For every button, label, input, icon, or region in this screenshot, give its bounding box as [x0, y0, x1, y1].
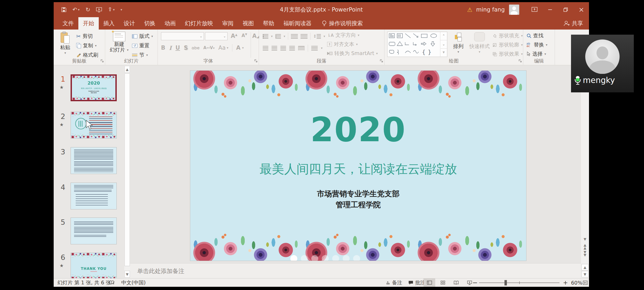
align-left-button[interactable]: [263, 46, 268, 50]
cut-button[interactable]: ✂剪切: [76, 33, 93, 40]
strikethrough-button[interactable]: abe: [192, 45, 200, 50]
quick-styles-button[interactable]: 快速样式 ▾: [468, 32, 491, 54]
bullets-button[interactable]: [263, 34, 268, 39]
layout-button[interactable]: 版式▾: [132, 33, 153, 40]
signed-in-user[interactable]: ming fang: [476, 6, 505, 13]
arrange-button[interactable]: 排列 ▾: [450, 32, 467, 54]
tab-动画[interactable]: 动画: [160, 17, 180, 30]
notes-scroll-down[interactable]: ▼: [581, 271, 588, 277]
notes-scroll-up[interactable]: ▲: [581, 264, 588, 270]
fit-slide-to-window-button[interactable]: [583, 278, 588, 287]
shape-gallery-scroll-up[interactable]: ⌃: [440, 32, 447, 40]
numbering-button[interactable]: [275, 34, 281, 39]
font-name-combo[interactable]: ⌄: [161, 32, 204, 40]
align-text-button[interactable]: ↕对齐文本▾: [327, 41, 358, 48]
increase-indent-button[interactable]: [301, 34, 308, 39]
main-scrollbar[interactable]: ▼ ▲▲ ▼▼ ▲ ▼: [581, 65, 589, 278]
new-slide-button[interactable]: ★ 新建 幻灯片▾: [108, 32, 130, 53]
close-button[interactable]: [573, 2, 589, 17]
text-direction-button[interactable]: ⇂A文字方向▾: [327, 32, 359, 39]
notes-placeholder[interactable]: 单击此处添加备注: [137, 267, 184, 275]
tab-视图[interactable]: 视图: [238, 17, 258, 30]
paste-button[interactable]: 粘贴 ▾: [57, 32, 74, 55]
slide-count-status[interactable]: 幻灯片 第 1 张, 共 6 张: [57, 279, 111, 286]
slide-thumbnail-5[interactable]: [71, 218, 117, 244]
slide-sorter-view-button[interactable]: [437, 278, 449, 287]
bold-button[interactable]: B: [161, 45, 165, 51]
slide-organization[interactable]: 市场营销专业学生党支部 管理工程学院: [190, 188, 526, 210]
decrease-font-button[interactable]: A▼: [241, 33, 247, 38]
slide-title-year[interactable]: 2020: [190, 110, 526, 149]
slide-2-animation-icon[interactable]: ★: [60, 122, 64, 127]
language-status[interactable]: 中文(中国): [121, 279, 146, 286]
font-size-combo[interactable]: ⌄: [205, 32, 228, 40]
copy-button[interactable]: 复制▾: [76, 42, 97, 49]
italic-button[interactable]: I: [169, 45, 172, 51]
tab-设计[interactable]: 设计: [119, 17, 140, 30]
clear-formatting-button[interactable]: A◢: [252, 33, 259, 39]
change-case-button[interactable]: Aa: [218, 45, 226, 51]
convert-smartart-button[interactable]: 转换为 SmartArt▾: [327, 50, 378, 57]
justify-button[interactable]: [289, 46, 295, 50]
zoom-level[interactable]: 60%: [571, 280, 582, 286]
align-center-button[interactable]: [272, 46, 277, 50]
user-avatar[interactable]: [509, 5, 519, 15]
thumbnail-scroll-down[interactable]: ▼: [125, 271, 130, 278]
character-spacing-button[interactable]: A⇿V▾: [203, 45, 215, 50]
zoom-in-button[interactable]: +: [563, 278, 568, 287]
drawing-dialog-launcher[interactable]: [518, 59, 522, 64]
tab-插入[interactable]: 插入: [99, 17, 119, 30]
underline-button[interactable]: U: [175, 45, 180, 51]
minimize-button[interactable]: [542, 2, 558, 17]
paragraph-dialog-launcher[interactable]: [380, 59, 383, 64]
shape-effects-button[interactable]: 形状效果▾: [492, 50, 523, 57]
text-shadow-button[interactable]: S: [184, 45, 188, 51]
columns-button[interactable]: [311, 46, 318, 50]
tab-开始[interactable]: 开始: [78, 17, 99, 30]
shape-gallery-more[interactable]: ⩔: [440, 48, 447, 57]
slide-6-animation-icon[interactable]: ★: [60, 263, 64, 268]
increase-font-button[interactable]: A▲: [231, 33, 237, 39]
shape-fill-button[interactable]: 形状填充▾: [492, 32, 523, 39]
tell-me-search[interactable]: 操作说明搜索: [322, 17, 363, 30]
tab-幻灯片放映[interactable]: 幻灯片放映: [180, 17, 218, 30]
find-button[interactable]: 查找: [526, 32, 543, 39]
shape-gallery-scroll-down[interactable]: ⌄: [440, 40, 447, 48]
next-slide-button[interactable]: ▼▼: [581, 251, 589, 256]
reset-button[interactable]: ↺重置: [132, 42, 149, 49]
main-scroll-down[interactable]: ▼: [581, 236, 589, 242]
font-dialog-launcher[interactable]: [254, 59, 258, 64]
spell-check-icon[interactable]: [109, 278, 115, 287]
normal-view-button[interactable]: [423, 278, 435, 287]
zoom-slider-thumb[interactable]: [504, 280, 507, 285]
tab-文件[interactable]: 文件: [58, 17, 78, 30]
share-button[interactable]: 共享: [563, 17, 583, 30]
notes-pane[interactable]: 单击此处添加备注: [130, 263, 581, 278]
thumbnail-scroll-up[interactable]: ▲: [125, 66, 130, 73]
slide-thumbnail-6[interactable]: THANK YOU: [71, 253, 117, 278]
slide-thumbnail-4[interactable]: [71, 183, 117, 209]
comments-toggle[interactable]: 批注: [408, 278, 425, 287]
align-right-button[interactable]: [280, 46, 286, 50]
tab-切换[interactable]: 切换: [140, 17, 160, 30]
restore-button[interactable]: [558, 2, 573, 17]
distribute-button[interactable]: [298, 46, 305, 50]
thumbnail-scroll-thumb[interactable]: [125, 73, 130, 266]
decrease-indent-button[interactable]: [291, 34, 298, 39]
notes-toggle[interactable]: 备注: [386, 278, 402, 287]
reading-view-button[interactable]: [450, 278, 462, 287]
zoom-slider[interactable]: [479, 282, 559, 283]
previous-slide-button[interactable]: ▲▲: [581, 244, 589, 249]
thumbnail-scrollbar[interactable]: ▲ ▼: [124, 65, 130, 278]
shape-outline-button[interactable]: 形状轮廓▾: [492, 41, 523, 48]
select-button[interactable]: 选择▾: [526, 50, 546, 57]
slide-canvas[interactable]: 2020 最美人间四月天，让阅读在云端绽放 市场营销专业学生党支部 管理工程学院: [190, 71, 526, 261]
clipboard-dialog-launcher[interactable]: [100, 59, 104, 64]
shape-gallery[interactable]: { } ⌃ ⌄ ⩔: [387, 32, 447, 57]
warning-icon[interactable]: ⚠: [467, 6, 473, 13]
zoom-out-button[interactable]: −: [472, 278, 478, 287]
tab-帮助[interactable]: 帮助: [258, 17, 279, 30]
tab-福昕阅读器[interactable]: 福昕阅读器: [279, 17, 316, 30]
slide-thumbnail-3[interactable]: [71, 147, 117, 174]
font-color-button[interactable]: A: [236, 45, 240, 51]
